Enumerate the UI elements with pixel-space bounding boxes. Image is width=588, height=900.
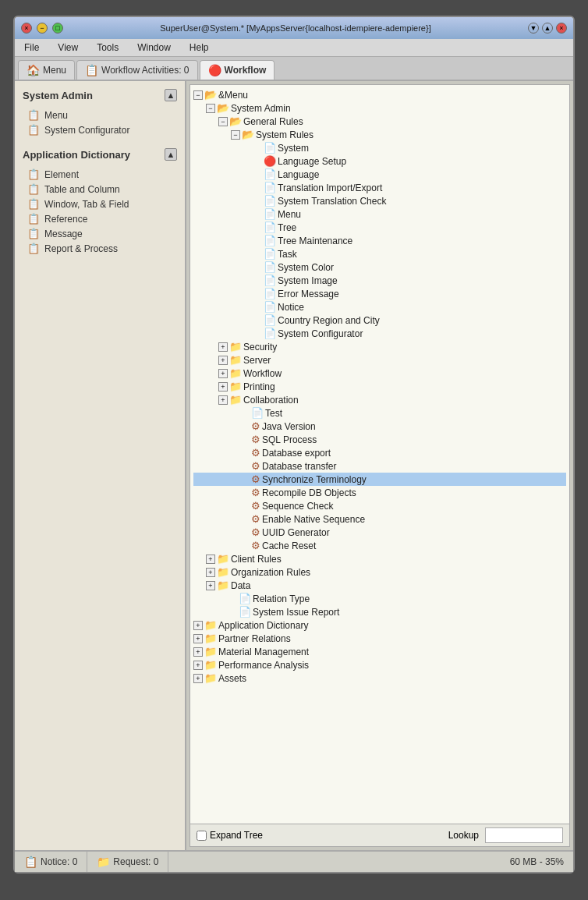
- sidebar-item-element[interactable]: 📋 Element: [21, 167, 179, 182]
- tree-item-performance-analysis[interactable]: + 📁 Performance Analysis: [193, 658, 566, 671]
- doc-icon-task: 📄: [264, 248, 276, 260]
- tree-item-menu[interactable]: 📄 Menu: [193, 207, 566, 221]
- folder-icon-workflow: 📁: [229, 367, 242, 379]
- lookup-input[interactable]: [485, 827, 563, 843]
- sidebar-collapse-system-admin[interactable]: ▲: [165, 89, 177, 101]
- tab-workflow[interactable]: 🔴 Workflow: [200, 60, 275, 80]
- expander-security[interactable]: +: [218, 342, 228, 352]
- tree-item-test[interactable]: 📄 Test: [193, 406, 566, 420]
- tree-item-sql-process[interactable]: ⚙ SQL Process: [193, 433, 566, 446]
- tree-item-material-management[interactable]: + 📁 Material Management: [193, 645, 566, 658]
- tree-item-database-export[interactable]: ⚙ Database export: [193, 446, 566, 459]
- menu-view[interactable]: View: [55, 41, 81, 55]
- tree-item-uuid-generator[interactable]: ⚙ UUID Generator: [193, 526, 566, 539]
- expand-tree-checkbox[interactable]: [197, 831, 207, 841]
- tree-item-error-message[interactable]: 📄 Error Message: [193, 287, 566, 300]
- expander-menu-root[interactable]: −: [193, 90, 203, 100]
- tree-label-relation-type: Relation Type: [253, 594, 310, 604]
- tree-item-system-image[interactable]: 📄 System Image: [193, 274, 566, 287]
- tree-item-country-region-city[interactable]: 📄 Country Region and City: [193, 314, 566, 327]
- folder-icon-client-rules: 📁: [217, 553, 229, 565]
- expander-printing[interactable]: +: [218, 382, 228, 392]
- expander-material-management[interactable]: +: [193, 647, 203, 657]
- tree-item-system-admin[interactable]: − 📂 System Admin: [193, 101, 566, 115]
- expander-collaboration[interactable]: +: [218, 395, 228, 405]
- close-button[interactable]: ×: [21, 23, 32, 34]
- doc-icon-translation-check: 📄: [264, 195, 276, 207]
- tree-item-data[interactable]: + 📁 Data: [193, 579, 566, 592]
- expander-client-rules[interactable]: +: [206, 555, 215, 564]
- expander-application-dictionary-root[interactable]: +: [193, 621, 203, 630]
- folder-icon-assets: 📁: [204, 672, 217, 684]
- tree-item-system-configurator-tree[interactable]: 📄 System Configurator: [193, 327, 566, 340]
- tree-item-collaboration[interactable]: + 📁 Collaboration: [193, 393, 566, 406]
- tree-item-tree-maintenance[interactable]: 📄 Tree Maintenance: [193, 234, 566, 247]
- folder-icon-app-dict: 📁: [204, 619, 217, 631]
- minimize-button[interactable]: −: [37, 23, 48, 34]
- sidebar-collapse-application-dictionary[interactable]: ▲: [165, 148, 177, 161]
- menu-window[interactable]: Window: [134, 41, 174, 55]
- sidebar-item-message[interactable]: 📋 Message: [21, 226, 179, 241]
- expander-server[interactable]: +: [218, 356, 228, 365]
- tree-item-tree[interactable]: 📄 Tree: [193, 221, 566, 234]
- tree-item-database-transfer[interactable]: ⚙ Database transfer: [193, 459, 566, 473]
- tree-item-task[interactable]: 📄 Task: [193, 247, 566, 260]
- expander-performance-analysis[interactable]: +: [193, 661, 203, 670]
- sidebar-item-reference[interactable]: 📋 Reference: [21, 211, 179, 226]
- tree-label-test: Test: [265, 408, 282, 419]
- tree-label-printing: Printing: [243, 381, 275, 392]
- expander-workflow[interactable]: +: [218, 369, 228, 378]
- tree-item-assets[interactable]: + 📁 Assets: [193, 671, 566, 685]
- expander-general-rules[interactable]: −: [218, 117, 228, 126]
- tab-menu[interactable]: 🏠 Menu: [18, 60, 75, 80]
- menu-tools[interactable]: Tools: [94, 41, 122, 55]
- tree-item-server[interactable]: + 📁 Server: [193, 353, 566, 367]
- doc-icon-language: 📄: [264, 168, 276, 180]
- expander-system-rules[interactable]: −: [231, 130, 240, 140]
- status-memory: 60 MB - 35%: [501, 852, 573, 872]
- extra-btn-1[interactable]: ▼: [528, 23, 539, 34]
- tree-item-menu-root[interactable]: − 📂 &Menu: [193, 88, 566, 101]
- tree-item-language-setup[interactable]: 🔴 Language Setup: [193, 154, 566, 168]
- menu-file[interactable]: File: [21, 41, 42, 55]
- tree-item-application-dictionary-root[interactable]: + 📁 Application Dictionary: [193, 618, 566, 632]
- tree-scroll[interactable]: − 📂 &Menu − 📂 System Admin − 📂 General R…: [190, 85, 569, 824]
- tree-item-client-rules[interactable]: + 📁 Client Rules: [193, 552, 566, 565]
- tree-item-notice[interactable]: 📄 Notice: [193, 300, 566, 314]
- tree-item-recompile-db-objects[interactable]: ⚙ Recompile DB Objects: [193, 486, 566, 499]
- tree-item-language[interactable]: 📄 Language: [193, 168, 566, 181]
- extra-btn-2[interactable]: ▲: [542, 23, 553, 34]
- tab-workflow-activities[interactable]: 📋 Workflow Activities: 0: [76, 60, 197, 80]
- tree-item-system-translation-check[interactable]: 📄 System Translation Check: [193, 194, 566, 207]
- tree-item-security[interactable]: + 📁 Security: [193, 340, 566, 353]
- extra-close-button[interactable]: ×: [556, 23, 567, 34]
- tree-item-organization-rules[interactable]: + 📁 Organization Rules: [193, 565, 566, 579]
- tree-item-synchronize-terminology[interactable]: ⚙ Synchronize Terminology: [193, 473, 566, 486]
- tree-item-partner-relations[interactable]: + 📁 Partner Relations: [193, 632, 566, 645]
- sidebar-item-system-configurator[interactable]: 📋 System Configurator: [21, 122, 179, 137]
- expander-data[interactable]: +: [206, 581, 215, 590]
- expander-partner-relations[interactable]: +: [193, 634, 203, 643]
- sidebar-item-window-tab-field[interactable]: 📋 Window, Tab & Field: [21, 197, 179, 211]
- restore-button[interactable]: □: [52, 23, 63, 34]
- tree-item-system-color[interactable]: 📄 System Color: [193, 260, 566, 274]
- tree-item-system-rules[interactable]: − 📂 System Rules: [193, 128, 566, 141]
- tree-item-workflow[interactable]: + 📁 Workflow: [193, 367, 566, 380]
- sidebar-item-table-and-column[interactable]: 📋 Table and Column: [21, 182, 179, 197]
- tree-item-relation-type[interactable]: 📄 Relation Type: [193, 592, 566, 605]
- expander-assets[interactable]: +: [193, 674, 203, 683]
- tree-item-sequence-check[interactable]: ⚙ Sequence Check: [193, 499, 566, 512]
- tree-item-system-issue-report[interactable]: 📄 System Issue Report: [193, 605, 566, 618]
- tree-item-cache-reset[interactable]: ⚙ Cache Reset: [193, 539, 566, 552]
- tree-item-general-rules[interactable]: − 📂 General Rules: [193, 115, 566, 128]
- tree-item-printing[interactable]: + 📁 Printing: [193, 380, 566, 393]
- tree-item-java-version[interactable]: ⚙ Java Version: [193, 420, 566, 433]
- sidebar-item-menu[interactable]: 📋 Menu: [21, 108, 179, 122]
- tree-item-translation-import-export[interactable]: 📄 Translation Import/Export: [193, 181, 566, 194]
- sidebar-item-report-and-process[interactable]: 📋 Report & Process: [21, 241, 179, 256]
- menu-help[interactable]: Help: [186, 41, 212, 55]
- expander-system-admin[interactable]: −: [206, 104, 215, 113]
- expander-organization-rules[interactable]: +: [206, 568, 215, 577]
- tree-item-system[interactable]: 📄 System: [193, 141, 566, 154]
- tree-item-enable-native-sequence[interactable]: ⚙ Enable Native Sequence: [193, 512, 566, 526]
